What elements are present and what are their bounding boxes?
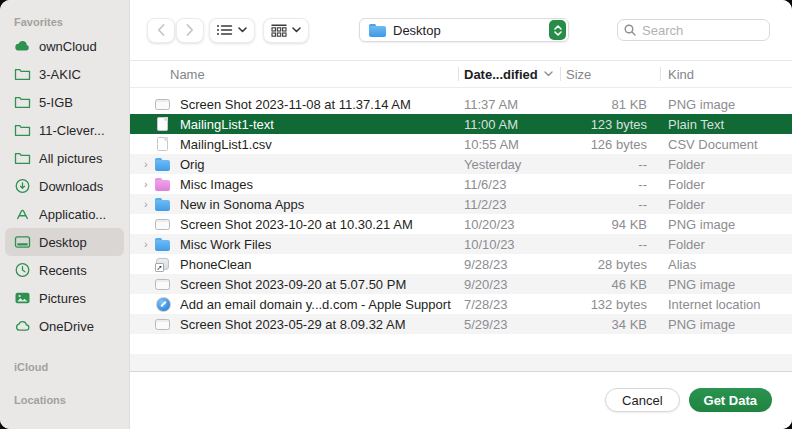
table-row[interactable]: › Screen Shot 2023-10-20 at 10.30.21 AM …: [130, 214, 792, 234]
table-row[interactable]: › Misc Work Files 10/10/23 -- Folder: [130, 234, 792, 254]
file-size: 28 bytes: [560, 257, 660, 272]
sidebar-item[interactable]: 3-AKIC: [5, 60, 124, 88]
sidebar-item-label: All pictures: [39, 151, 103, 166]
file-icon: [154, 216, 172, 232]
file-name-cell: › Screen Shot 2023-09-20 at 5.07.50 PM: [130, 276, 458, 292]
sidebar-item-label: 5-IGB: [39, 95, 73, 110]
file-kind: Alias: [660, 257, 792, 272]
file-size: 123 bytes: [560, 117, 660, 132]
file-date: 11:37 AM: [458, 97, 560, 112]
file-icon: [154, 316, 172, 332]
column-header-size[interactable]: Size: [560, 61, 660, 87]
file-icon: [154, 236, 172, 252]
sidebar-item[interactable]: Desktop: [5, 228, 124, 256]
file-name-cell: › Screen Shot 2023-11-08 at 11.37.14 AM: [130, 96, 458, 112]
sidebar-item[interactable]: OneDrive: [5, 312, 124, 340]
table-row[interactable]: › MailingList1.csv 10:55 AM 126 bytes CS…: [130, 134, 792, 154]
get-data-button[interactable]: Get Data: [689, 388, 772, 412]
file-icon: [154, 196, 172, 212]
sidebar-item[interactable]: All pictures: [5, 144, 124, 172]
forward-button[interactable]: [176, 18, 204, 43]
disclosure-chevron-icon[interactable]: ›: [144, 199, 154, 210]
file-name-cell: › PhoneClean: [130, 256, 458, 272]
group-view-button[interactable]: [263, 18, 309, 43]
sidebar-item[interactable]: 11-Clever...: [5, 116, 124, 144]
back-button[interactable]: [147, 18, 175, 43]
sidebar: Favorites ownCloud 3-AKIC 5-IGB: [0, 0, 130, 429]
file-name-cell: › New in Sonoma Apps: [130, 196, 458, 212]
search-icon: [624, 24, 636, 36]
file-name: Screen Shot 2023-11-08 at 11.37.14 AM: [180, 97, 411, 112]
sidebar-item[interactable]: Pictures: [5, 284, 124, 312]
sidebar-item[interactable]: Downloads: [5, 172, 124, 200]
empty-row-stripe: [130, 334, 792, 354]
file-name: PhoneClean: [180, 257, 252, 272]
table-row[interactable]: › Orig Yesterday -- Folder: [130, 154, 792, 174]
file-icon: [154, 276, 172, 292]
table-row[interactable]: › Screen Shot 2023-11-08 at 11.37.14 AM …: [130, 94, 792, 114]
sidebar-item-icon: [13, 206, 32, 222]
file-name-cell: › Screen Shot 2023-05-29 at 8.09.32 AM: [130, 316, 458, 332]
sidebar-favorites-list: ownCloud 3-AKIC 5-IGB 11-Clever...: [0, 32, 129, 340]
search-field: [617, 19, 770, 41]
sidebar-section-icloud-label: iCloud: [14, 361, 129, 373]
file-kind: Internet location: [660, 297, 792, 312]
column-header-name[interactable]: Name: [130, 61, 458, 87]
file-date: 9/28/23: [458, 257, 560, 272]
file-date: 7/28/23: [458, 297, 560, 312]
sidebar-item-icon: [13, 290, 32, 306]
column-header-date-modified[interactable]: Date...dified: [458, 61, 560, 87]
file-size: --: [560, 237, 660, 252]
disclosure-chevron-icon[interactable]: ›: [144, 179, 154, 190]
column-header-kind[interactable]: Kind: [660, 61, 792, 87]
sidebar-item-label: Applicatio...: [39, 207, 106, 222]
file-size: --: [560, 157, 660, 172]
file-name: Screen Shot 2023-05-29 at 8.09.32 AM: [180, 317, 406, 332]
file-icon: [154, 176, 172, 192]
sidebar-item-label: Recents: [39, 263, 87, 278]
sidebar-item-icon: [13, 38, 32, 54]
sidebar-section-favorites-label: Favorites: [14, 16, 129, 28]
file-name-cell: › MailingList1.csv: [130, 136, 458, 152]
file-name-cell: › Add an email domain y...d.com - Apple …: [130, 296, 458, 312]
main-panel: Desktop Name Date...dified Size: [130, 0, 792, 429]
sidebar-item[interactable]: 5-IGB: [5, 88, 124, 116]
file-icon: [154, 156, 172, 172]
file-name-cell: › Misc Work Files: [130, 236, 458, 252]
dialog-footer: Cancel Get Data: [130, 371, 792, 429]
sidebar-item-icon: [13, 318, 32, 334]
table-row[interactable]: › Screen Shot 2023-09-20 at 5.07.50 PM 9…: [130, 274, 792, 294]
sidebar-item[interactable]: ownCloud: [5, 32, 124, 60]
search-input[interactable]: [640, 22, 763, 39]
cancel-button[interactable]: Cancel: [605, 388, 679, 412]
file-name: Orig: [180, 157, 205, 172]
table-row[interactable]: › MailingList1-text 11:00 AM 123 bytes P…: [130, 114, 792, 134]
file-name: MailingList1-text: [180, 117, 274, 132]
sidebar-item-icon: [13, 94, 32, 110]
disclosure-chevron-icon[interactable]: ›: [144, 239, 154, 250]
file-icon: [154, 116, 172, 132]
sidebar-item[interactable]: Recents: [5, 256, 124, 284]
table-row[interactable]: › Misc Images 11/6/23 -- Folder: [130, 174, 792, 194]
table-row[interactable]: › Screen Shot 2023-05-29 at 8.09.32 AM 5…: [130, 314, 792, 334]
list-view-button[interactable]: [209, 18, 255, 43]
table-row[interactable]: › New in Sonoma Apps 11/2/23 -- Folder: [130, 194, 792, 214]
sidebar-item-label: 11-Clever...: [39, 123, 105, 138]
chevron-down-icon: [292, 27, 301, 33]
list-view-icon: [217, 24, 233, 36]
file-date: Yesterday: [458, 157, 560, 172]
sidebar-item[interactable]: Applicatio...: [5, 200, 124, 228]
table-row[interactable]: › Add an email domain y...d.com - Apple …: [130, 294, 792, 314]
file-date: 11/6/23: [458, 177, 560, 192]
file-kind: PNG image: [660, 217, 792, 232]
sort-chevron-down-icon: [544, 71, 553, 77]
file-kind: Folder: [660, 197, 792, 212]
file-size: 94 KB: [560, 217, 660, 232]
table-row[interactable]: › PhoneClean 9/28/23 28 bytes Alias: [130, 254, 792, 274]
chevron-down-icon: [238, 27, 247, 33]
sidebar-item-icon: [13, 262, 32, 278]
location-dropdown[interactable]: Desktop: [359, 18, 569, 42]
sidebar-item-icon: [13, 234, 32, 250]
empty-row-stripe: [130, 354, 792, 371]
disclosure-chevron-icon[interactable]: ›: [144, 159, 154, 170]
